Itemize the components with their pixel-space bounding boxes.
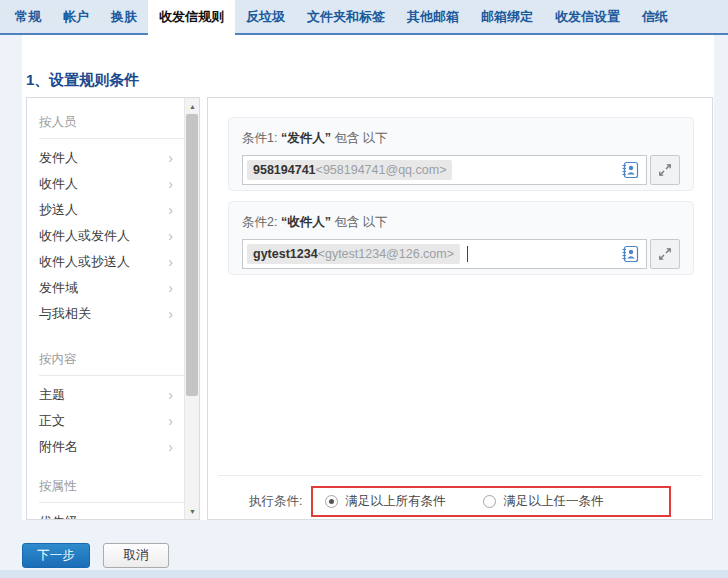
sidebar-item-label: 收件人 — [39, 176, 78, 191]
condition-category-list: 按人员 发件人› 收件人› 抄送人› 收件人或发件人› 收件人或抄送人› 发件域… — [26, 97, 200, 520]
chevron-right-icon: › — [168, 434, 173, 460]
sidebar-item-subject[interactable]: 主题› — [39, 382, 199, 408]
sidebar-item-body[interactable]: 正文› — [39, 408, 199, 434]
execution-condition-row: 执行条件: 满足以上所有条件 满足以上任一条件 — [208, 482, 712, 520]
condition-1-label: 条件1: “发件人” 包含 以下 — [242, 130, 680, 147]
sidebar-item-recipient-or-sender[interactable]: 收件人或发件人› — [39, 223, 199, 249]
chevron-right-icon: › — [168, 301, 173, 327]
sidebar-item-label: 收件人或发件人 — [39, 228, 130, 243]
radio-label: 满足以上任一条件 — [503, 493, 603, 510]
tab-other-mailbox[interactable]: 其他邮箱 — [396, 0, 470, 33]
expand-icon — [658, 163, 672, 177]
chevron-right-icon: › — [168, 171, 173, 197]
radio-all-conditions[interactable]: 满足以上所有条件 — [325, 493, 445, 510]
highlight-red-box: 满足以上所有条件 满足以上任一条件 — [311, 486, 671, 517]
address-book-icon — [620, 244, 640, 264]
chevron-right-icon: › — [168, 197, 173, 223]
tab-skin[interactable]: 换肤 — [100, 0, 148, 33]
radio-any-condition[interactable]: 满足以上任一条件 — [483, 493, 603, 510]
sidebar-item-sender[interactable]: 发件人› — [39, 145, 199, 171]
cancel-button[interactable]: 取消 — [103, 543, 169, 568]
sidebar-item-label: 优先级 — [39, 514, 78, 520]
expand-editor-button[interactable] — [650, 239, 680, 269]
radio-label: 满足以上所有条件 — [345, 493, 445, 510]
sidebar-item-priority[interactable]: 优先级› — [39, 509, 199, 520]
chevron-right-icon: › — [168, 509, 173, 520]
tab-general[interactable]: 常规 — [4, 0, 52, 33]
address-book-icon — [620, 160, 640, 180]
sidebar-item-recipient[interactable]: 收件人› — [39, 171, 199, 197]
sidebar-item-label: 与我相关 — [39, 306, 91, 321]
expand-editor-button[interactable] — [650, 155, 680, 185]
sidebar-item-label: 发件人 — [39, 150, 78, 165]
condition-2-group: 条件2: “收件人” 包含 以下 gytest1234<gytest1234@1… — [228, 201, 694, 275]
sidebar-item-label: 发件域 — [39, 280, 78, 295]
chevron-right-icon: › — [168, 145, 173, 171]
radio-button-icon[interactable] — [483, 495, 496, 508]
contacts-button[interactable] — [619, 159, 641, 181]
condition-1-address-input[interactable]: 958194741<958194741@qq.com> — [242, 155, 647, 185]
tab-folders-labels[interactable]: 文件夹和标签 — [296, 0, 396, 33]
sidebar-item-recipient-or-cc[interactable]: 收件人或抄送人› — [39, 249, 199, 275]
tab-account[interactable]: 帐户 — [52, 0, 100, 33]
chevron-right-icon: › — [168, 223, 173, 249]
sidebar-item-label: 正文 — [39, 413, 65, 428]
condition-2-label: 条件2: “收件人” 包含 以下 — [242, 214, 680, 231]
sidebar-item-label: 抄送人 — [39, 202, 78, 217]
tab-send-receive-settings[interactable]: 收发信设置 — [544, 0, 631, 33]
contacts-button[interactable] — [619, 243, 641, 265]
sidebar-item-sender-domain[interactable]: 发件域› — [39, 275, 199, 301]
scrollbar-down-button[interactable]: ▼ — [185, 503, 200, 519]
contact-chip[interactable]: gytest1234<gytest1234@126.com> — [247, 244, 460, 264]
chevron-right-icon: › — [168, 249, 173, 275]
chevron-right-icon: › — [168, 382, 173, 408]
page-title: 1、设置规则条件 — [26, 71, 139, 90]
sidebar-group-by-content: 按内容 — [39, 349, 199, 369]
sidebar-item-related-to-me[interactable]: 与我相关› — [39, 301, 199, 327]
chevron-right-icon: › — [168, 275, 173, 301]
tab-stationery[interactable]: 信纸 — [631, 0, 679, 33]
tab-antispam[interactable]: 反垃圾 — [235, 0, 296, 33]
sidebar-item-label: 收件人或抄送人 — [39, 254, 130, 269]
sidebar-item-attachment-name[interactable]: 附件名› — [39, 434, 199, 460]
contact-chip[interactable]: 958194741<958194741@qq.com> — [247, 160, 452, 180]
tab-mail-rules[interactable]: 收发信规则 — [148, 0, 235, 35]
scrollbar-thumb[interactable] — [186, 114, 198, 396]
settings-tabbar: 常规 帐户 换肤 收发信规则 反垃圾 文件夹和标签 其他邮箱 邮箱绑定 收发信设… — [0, 0, 728, 35]
sidebar-group-by-person: 按人员 — [39, 112, 199, 132]
sidebar-scrollbar[interactable]: ▲ ▼ — [184, 98, 199, 519]
sidebar-item-label: 附件名 — [39, 439, 78, 454]
divider — [39, 502, 185, 503]
rule-conditions-panel: 条件1: “发件人” 包含 以下 958194741<958194741@qq.… — [207, 97, 713, 520]
condition-2-address-input[interactable]: gytest1234<gytest1234@126.com> — [242, 239, 647, 269]
sidebar-item-cc[interactable]: 抄送人› — [39, 197, 199, 223]
sidebar-group-by-attribute: 按属性 — [39, 476, 199, 496]
condition-1-group: 条件1: “发件人” 包含 以下 958194741<958194741@qq.… — [228, 117, 694, 191]
radio-button-icon[interactable] — [325, 495, 338, 508]
divider — [218, 475, 702, 476]
tab-mailbox-binding[interactable]: 邮箱绑定 — [470, 0, 544, 33]
next-step-button[interactable]: 下一步 — [22, 543, 90, 568]
bottom-strip — [0, 570, 728, 578]
expand-icon — [658, 247, 672, 261]
scrollbar-up-button[interactable]: ▲ — [185, 98, 200, 114]
text-cursor — [467, 246, 468, 262]
execution-condition-label: 执行条件: — [249, 493, 302, 510]
chevron-right-icon: › — [168, 408, 173, 434]
divider — [39, 138, 185, 139]
divider — [39, 375, 185, 376]
sidebar-item-label: 主题 — [39, 387, 65, 402]
